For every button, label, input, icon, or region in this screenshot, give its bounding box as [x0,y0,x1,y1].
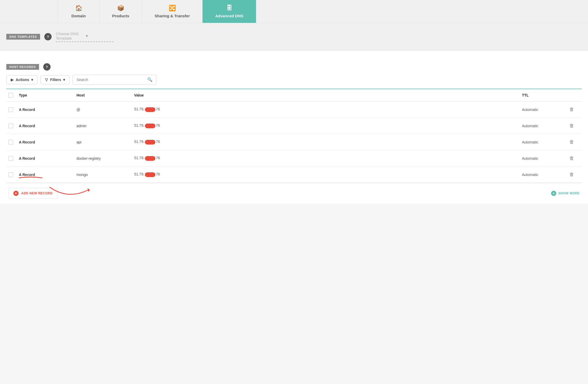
table-row: A Record @ 51.79. 76 Automatic 🗑 [6,102,582,118]
sharing-icon: 🔀 [169,5,176,12]
table-row: A Record docker-registry 51.79. 76 Autom… [6,150,582,167]
show-more-button[interactable]: + SHOW MORE [551,191,580,196]
row-ttl-1: Automatic [522,108,564,112]
row-checkbox-3[interactable] [8,140,13,145]
tab-products[interactable]: 📦 Products [100,0,142,23]
host-records-section: HOST RECORDS ? ▶ Actions ▾ ▽ Filters ▾ 🔍… [0,51,588,204]
search-input[interactable] [77,78,145,82]
actions-button[interactable]: ▶ Actions ▾ [6,75,37,84]
tab-sharing-label: Sharing & Transfer [155,14,190,18]
col-value: Value [134,93,522,97]
filters-button[interactable]: ▽ Filters ▾ [41,75,69,84]
dns-templates-section: DNS TEMPLATES ? Choose DNS Template ▾ [0,23,588,51]
actions-chevron-icon: ▾ [31,78,33,82]
row-type-1: A Record [19,108,77,112]
row-checkbox-4[interactable] [8,156,13,161]
delete-row-2-button[interactable]: 🗑 [564,123,580,129]
row-value-1: 51.79. 76 [134,107,522,112]
row-value-5: 51.79. 76 [134,172,522,177]
play-icon: ▶ [11,78,14,82]
table-row: A Record admin 51.79. 76 Automatic 🗑 [6,118,582,134]
redacted-3 [145,140,155,145]
tab-domain-label: Domain [71,14,86,18]
add-new-record-button[interactable]: + ADD NEW RECORD [8,188,58,199]
plus-circle-icon: + [13,191,19,196]
col-type: Type [19,93,77,97]
svg-marker-0 [88,188,90,192]
host-records-header: HOST RECORDS ? [6,58,582,71]
table-header: Type Host Value TTL [6,89,582,102]
redacted-4 [145,156,155,161]
select-all-checkbox[interactable] [8,93,13,98]
add-new-record-label: ADD NEW RECORD [21,191,53,195]
row-type-3: A Record [19,140,77,144]
redacted-5 [145,172,155,177]
row-type-2: A Record [19,124,77,128]
row-ttl-4: Automatic [522,156,564,161]
row-ttl-3: Automatic [522,140,564,144]
host-records-help[interactable]: ? [43,63,51,71]
redacted-2 [145,124,155,128]
domain-icon: 🏠 [75,5,82,12]
search-box: 🔍 [73,75,156,84]
dns-template-dropdown[interactable]: Choose DNS Template ▾ [56,31,113,42]
row-type-5: A Record [19,173,77,177]
row-host-1: @ [77,108,134,112]
show-more-icon: + [551,191,556,196]
col-host: Host [77,93,134,97]
row-checkbox-5[interactable] [8,172,13,177]
products-icon: 📦 [117,5,124,12]
filter-icon: ▽ [45,78,48,82]
dns-icon: 🗄 [226,5,232,12]
filters-label: Filters [50,78,61,82]
tab-domain[interactable]: 🏠 Domain [58,0,100,23]
delete-row-4-button[interactable]: 🗑 [564,156,580,161]
tab-bar: 🏠 Domain 📦 Products 🔀 Sharing & Transfer… [0,0,588,23]
dropdown-arrow-icon: ▾ [86,33,113,39]
delete-row-1-button[interactable]: 🗑 [564,107,580,112]
table-row: A Record api 51.79. 76 Automatic 🗑 [6,134,582,150]
row-value-2: 51.79. 76 [134,123,522,128]
row-value-3: 51.79. 76 [134,140,522,144]
host-records-toolbar: ▶ Actions ▾ ▽ Filters ▾ 🔍 [6,71,582,89]
row-ttl-2: Automatic [522,124,564,128]
host-records-label[interactable]: HOST RECORDS [6,64,39,70]
host-records-table: Type Host Value TTL A Record @ 51.79. 76… [6,89,582,204]
redacted-1 [145,107,155,112]
underline-annotation [19,176,42,179]
table-footer: + ADD NEW RECORD + SHOW MORE [6,183,582,204]
row-host-5: mongo [77,173,134,177]
dns-templates-label[interactable]: DNS TEMPLATES [6,34,40,40]
table-row: A Record mongo 51.79. 76 Automatic 🗑 [6,167,582,183]
show-more-label: SHOW MORE [558,191,580,195]
row-value-4: 51.79. 76 [134,156,522,161]
col-ttl: TTL [522,93,564,97]
row-host-4: docker-registry [77,156,134,161]
row-host-3: api [77,140,134,144]
actions-label: Actions [16,78,29,82]
row-host-2: admin [77,124,134,128]
search-icon: 🔍 [147,77,153,82]
dns-template-placeholder: Choose DNS Template [56,31,84,40]
row-ttl-5: Automatic [522,173,564,177]
tab-advanced-dns-label: Advanced DNS [215,14,243,18]
dns-templates-help[interactable]: ? [44,33,52,40]
delete-row-5-button[interactable]: 🗑 [564,172,580,177]
tab-sharing-transfer[interactable]: 🔀 Sharing & Transfer [142,0,203,23]
tab-products-label: Products [112,14,129,18]
filters-chevron-icon: ▾ [63,78,65,82]
row-type-4: A Record [19,156,77,161]
row-checkbox-1[interactable] [8,107,13,112]
row-checkbox-2[interactable] [8,124,13,128]
tab-advanced-dns[interactable]: 🗄 Advanced DNS [203,0,256,23]
delete-row-3-button[interactable]: 🗑 [564,139,580,145]
